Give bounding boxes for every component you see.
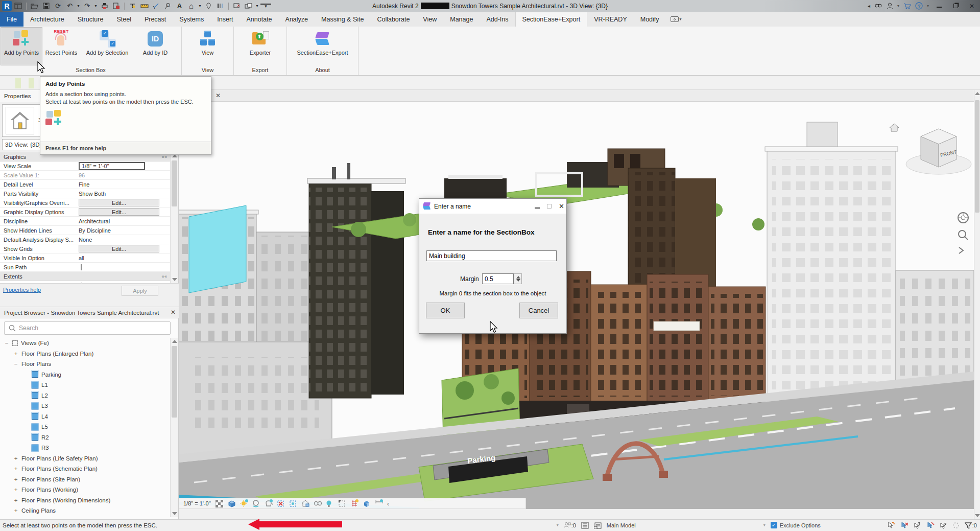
drawing-area[interactable]: ✕ [179, 90, 974, 519]
tree-item[interactable]: L1 [0, 380, 171, 390]
close-button[interactable]: ✕ [966, 2, 978, 11]
view-scale-control[interactable]: 1/8" = 1'-0" [183, 500, 211, 506]
constraints-display-icon[interactable] [375, 500, 383, 507]
panel-label-section-box[interactable]: Section Box [0, 65, 181, 75]
design-options-dropdown-icon[interactable]: ▾ [763, 523, 766, 527]
add-by-id-button[interactable]: ID Add by ID [134, 28, 177, 65]
tree-item-views[interactable]: −Views (Fe) [0, 338, 171, 349]
property-row[interactable]: Parts VisibilityShow Both [0, 189, 171, 198]
tab-collaborate[interactable]: Collaborate [370, 12, 416, 27]
reveal-hidden-icon[interactable] [326, 500, 333, 507]
tree-item[interactable]: +Floor Plans (Life Safety Plan) [0, 453, 171, 464]
property-group-header[interactable]: Extents« « [0, 272, 171, 281]
open-icon[interactable] [29, 1, 40, 11]
default-3d-view-icon[interactable]: ⌂ [186, 1, 197, 11]
browser-scrollbar[interactable] [170, 338, 178, 517]
panel-label-export[interactable]: Export [234, 65, 286, 75]
tab-file[interactable]: File [0, 12, 23, 27]
browser-search-box[interactable] [4, 321, 171, 335]
vcb-collapse-icon[interactable]: ‹ [387, 500, 389, 507]
shadows-icon[interactable] [252, 500, 260, 507]
collapse-chevrons-icon[interactable]: « « [161, 274, 166, 279]
print-setup-icon[interactable] [111, 1, 122, 11]
locked-orientation-icon[interactable] [301, 500, 309, 507]
tab-modify[interactable]: Modify [634, 12, 666, 27]
property-row[interactable]: Visible In Optionall [0, 253, 171, 263]
edit-button[interactable]: Edit... [79, 208, 159, 216]
view-scale-input[interactable]: 1/8" = 1'-0" [79, 162, 145, 170]
property-row[interactable]: Visibility/Graphics Overri... Edit... [0, 198, 171, 207]
tab-vr-ready[interactable]: VR-READY [587, 12, 634, 27]
tree-item[interactable]: +Floor Plans (Site Plan) [0, 474, 171, 485]
tree-item[interactable]: +Floor Plans (Schematic Plan) [0, 464, 171, 474]
shaded-style-icon[interactable] [228, 500, 235, 507]
view-button[interactable]: View [186, 28, 229, 65]
drag-elements-icon[interactable] [940, 521, 947, 529]
render-icon[interactable] [265, 500, 272, 507]
ribbon-display-toggle[interactable]: ▾ [666, 12, 686, 27]
tab-massing-site[interactable]: Massing & Site [315, 12, 370, 27]
print-icon[interactable] [99, 1, 110, 11]
switch-windows-dropdown-icon[interactable]: ▾ [255, 1, 259, 11]
dialog-close-icon[interactable]: ✕ [559, 202, 564, 210]
undo-icon[interactable]: ↶ [64, 1, 75, 11]
tab-architecture[interactable]: Architecture [23, 12, 71, 27]
visual-style-icon[interactable] [216, 500, 223, 507]
search-input[interactable] [19, 325, 152, 332]
properties-scrollbar[interactable] [170, 152, 178, 283]
help-dropdown-icon[interactable]: ▾ [927, 4, 929, 8]
redo-icon[interactable]: ↷ [82, 1, 92, 11]
property-row[interactable]: Graphic Display Options Edit... [0, 207, 171, 217]
search-collapse-icon[interactable]: ◂ [868, 3, 870, 9]
close-hidden-windows-icon[interactable] [231, 1, 242, 11]
property-row[interactable]: Sun Path [0, 263, 171, 272]
project-browser-close-icon[interactable]: ✕ [171, 309, 176, 316]
tree-item[interactable]: −Floor Plans [0, 359, 171, 370]
properties-window-icon[interactable] [13, 1, 23, 11]
property-row[interactable]: Detail LevelFine [0, 180, 171, 189]
canvas-vertical-scrollbar[interactable] [974, 90, 980, 519]
worksets-dropdown-icon[interactable]: ▾ [557, 523, 559, 527]
sectionease-about-button[interactable]: SectionEase+Export [290, 28, 356, 65]
pin-icon[interactable] [127, 1, 138, 11]
panel-label-view[interactable]: View [182, 65, 233, 75]
tab-sectionease-export[interactable]: SectionEase+Export [515, 12, 588, 27]
margin-input[interactable] [482, 273, 514, 284]
account-icon[interactable] [887, 3, 893, 10]
tab-annotate[interactable]: Annotate [240, 12, 279, 27]
tree-item[interactable]: L5 [0, 422, 171, 432]
collapse-chevrons-icon[interactable]: « « [161, 154, 166, 159]
undo-dropdown-icon[interactable]: ▾ [76, 1, 81, 11]
tree-item[interactable]: Parking [0, 370, 171, 380]
perspective-icon[interactable] [314, 500, 321, 507]
3d-model-view[interactable]: Parking FRONT [179, 102, 974, 509]
tree-item[interactable]: L2 [0, 390, 171, 401]
restore-button[interactable] [949, 2, 962, 11]
search-icon[interactable] [874, 3, 882, 10]
tree-item[interactable]: +Floor Plans (Working) [0, 484, 171, 495]
sun-path-icon[interactable] [240, 500, 248, 507]
properties-help-link[interactable]: Properties help [3, 287, 41, 293]
measure-icon[interactable] [139, 1, 150, 11]
tree-item[interactable]: L3 [0, 401, 171, 411]
tree-item[interactable]: +Ceiling Plans [0, 505, 171, 516]
tab-view[interactable]: View [416, 12, 443, 27]
cancel-button[interactable]: Cancel [519, 303, 558, 318]
temporary-view-icon[interactable] [338, 500, 346, 507]
exclude-options-checkbox[interactable]: ✓ [771, 522, 777, 528]
analytical-model-icon[interactable] [350, 500, 358, 507]
ok-button[interactable]: OK [426, 303, 465, 318]
text-icon[interactable]: A [174, 1, 185, 11]
tab-manage[interactable]: Manage [443, 12, 480, 27]
worksets-icon[interactable] [581, 522, 589, 529]
tab-structure[interactable]: Structure [71, 12, 110, 27]
dialog-minimize-icon[interactable] [535, 203, 540, 210]
filter-control[interactable]: :0 [965, 522, 977, 529]
margin-spinner[interactable] [514, 273, 522, 284]
property-row[interactable]: Show Hidden LinesBy Discipline [0, 226, 171, 235]
edit-button[interactable]: Edit... [79, 199, 159, 206]
home-dropdown-icon[interactable]: ▾ [198, 1, 202, 11]
minimize-button[interactable] [933, 2, 945, 11]
property-row[interactable]: Show Grids Edit... [0, 244, 171, 253]
property-row[interactable]: Default Analysis Display S...None [0, 235, 171, 244]
